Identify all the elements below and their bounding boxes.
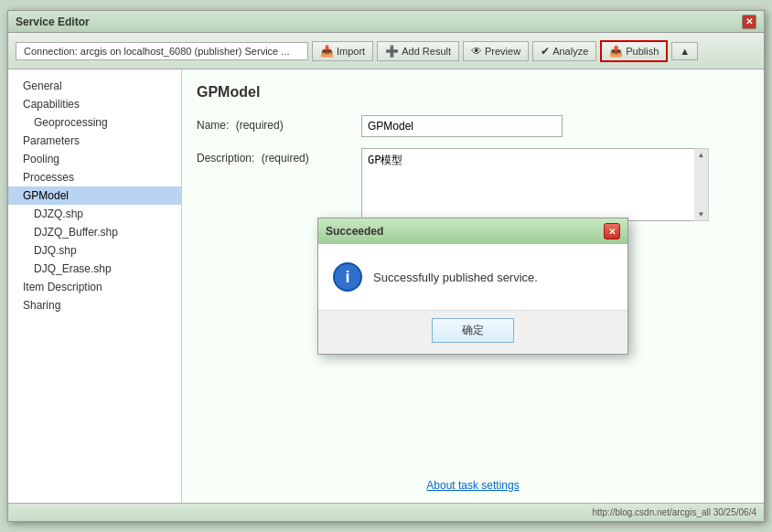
dialog-title-bar: Succeeded ✕ <box>318 218 627 244</box>
connection-label: Connection: arcgis on localhost_6080 (pu… <box>16 42 308 60</box>
preview-icon: 👁 <box>471 45 482 58</box>
sidebar-item-item-description[interactable]: Item Description <box>8 278 181 296</box>
title-bar: Service Editor ✕ <box>8 11 764 33</box>
sidebar-item-general[interactable]: General <box>8 77 181 95</box>
dialog-ok-button[interactable]: 确定 <box>432 318 514 343</box>
window-close-button[interactable]: ✕ <box>742 15 756 29</box>
sidebar-item-sharing[interactable]: Sharing <box>8 296 181 314</box>
chevron-up-icon: ▲ <box>680 46 690 57</box>
success-dialog: Succeeded ✕ i Successfully published ser… <box>317 218 628 355</box>
info-icon: i <box>333 262 362 292</box>
sidebar-item-parameters[interactable]: Parameters <box>8 132 181 150</box>
main-window: Service Editor ✕ Connection: arcgis on l… <box>7 10 765 522</box>
add-result-icon: ➕ <box>385 45 399 58</box>
dialog-title: Succeeded <box>326 225 383 238</box>
sidebar: General Capabilities Geoprocessing Param… <box>8 69 182 503</box>
collapse-button[interactable]: ▲ <box>671 42 698 60</box>
dialog-close-button[interactable]: ✕ <box>604 223 620 239</box>
sidebar-item-geoprocessing[interactable]: Geoprocessing <box>8 113 181 132</box>
publish-icon: 📤 <box>609 45 623 58</box>
sidebar-item-pooling[interactable]: Pooling <box>8 150 181 168</box>
sidebar-item-djq[interactable]: DJQ.shp <box>8 241 181 260</box>
sidebar-item-djzq-buffer[interactable]: DJZQ_Buffer.shp <box>8 223 181 241</box>
main-content: General Capabilities Geoprocessing Param… <box>8 69 764 503</box>
status-text: http://blog.csdn.net/arcgis_all 30/25/06… <box>592 507 756 517</box>
sidebar-item-processes[interactable]: Processes <box>8 168 181 186</box>
sidebar-item-djzq[interactable]: DJZQ.shp <box>8 205 181 223</box>
sidebar-item-capabilities[interactable]: Capabilities <box>8 95 181 113</box>
preview-button[interactable]: 👁 Preview <box>463 41 529 61</box>
status-bar: http://blog.csdn.net/arcgis_all 30/25/06… <box>8 503 764 521</box>
dialog-footer: 确定 <box>318 310 627 354</box>
dialog-body: i Successfully published service. <box>318 244 627 310</box>
toolbar: Connection: arcgis on localhost_6080 (pu… <box>8 33 764 69</box>
sidebar-item-djq-erase[interactable]: DJQ_Erase.shp <box>8 260 181 278</box>
publish-button[interactable]: 📤 Publish <box>600 40 668 62</box>
dialog-message: Successfully published service. <box>373 271 538 284</box>
analyze-icon: ✔ <box>541 45 550 58</box>
content-area: GPModel Name: (required) Description: (r… <box>182 69 764 503</box>
import-icon: 📥 <box>320 45 334 58</box>
dialog-overlay: Succeeded ✕ i Successfully published ser… <box>182 69 764 503</box>
sidebar-item-gpmodel[interactable]: GPModel <box>8 186 181 205</box>
analyze-button[interactable]: ✔ Analyze <box>532 41 596 61</box>
add-result-button[interactable]: ➕ Add Result <box>377 41 459 61</box>
import-button[interactable]: 📥 Import <box>312 41 373 61</box>
window-title: Service Editor <box>16 16 90 28</box>
